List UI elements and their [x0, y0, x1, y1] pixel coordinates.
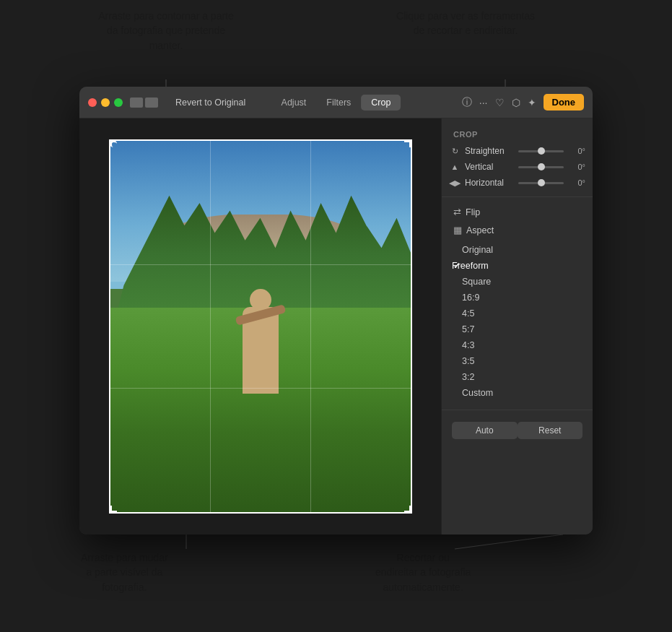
- right-panel: CROP ↻ Straighten 0° ▲ Vertical 0°: [441, 118, 593, 534]
- content-area: CROP ↻ Straighten 0° ▲ Vertical 0°: [79, 118, 593, 534]
- photo-area: [79, 118, 441, 534]
- vertical-row: ▲ Vertical 0°: [442, 159, 593, 175]
- maximize-button[interactable]: [114, 98, 123, 107]
- straighten-icon: ↻: [449, 147, 461, 156]
- checkmark-icon: ✓: [453, 261, 461, 271]
- aspect-original[interactable]: Original: [442, 242, 593, 258]
- vertical-icon: ▲: [449, 163, 461, 171]
- panel-section-header: CROP: [442, 127, 593, 143]
- straighten-label: Straighten: [465, 146, 514, 156]
- callout-top-left: Arraste para contornar a parte da fotogr…: [94, 9, 238, 53]
- toolbar-right: ⓘ ··· ♡ ⬡ ✦ Done: [462, 94, 584, 111]
- aspect-freeform[interactable]: ✓ Freeform: [442, 258, 593, 274]
- panel-bottom: Auto Reset: [442, 416, 593, 445]
- straighten-value: 0°: [568, 147, 585, 155]
- flip-row[interactable]: ⇄ Flip: [442, 203, 593, 221]
- aspect-icon: ▦: [453, 225, 462, 235]
- tab-crop[interactable]: Crop: [361, 95, 401, 111]
- straighten-slider[interactable]: [518, 150, 564, 152]
- callout-bottom-left: Arraste para mudara parte visível dafoto…: [81, 550, 168, 594]
- aspect-square[interactable]: Square: [442, 274, 593, 290]
- tab-adjust[interactable]: Adjust: [271, 95, 317, 111]
- split-view-button[interactable]: [145, 98, 158, 108]
- straighten-row: ↻ Straighten 0°: [442, 143, 593, 159]
- auto-button[interactable]: Auto: [452, 422, 518, 439]
- divider-1: [442, 196, 593, 197]
- view-toggle: [130, 98, 158, 108]
- callout-bottom-right: Recortar ouendireitar a fotografiaautoma…: [375, 550, 471, 594]
- titlebar: Revert to Original Adjust Filters Crop ⓘ…: [79, 87, 593, 118]
- revert-to-original-button[interactable]: Revert to Original: [170, 95, 251, 110]
- aspect-freeform-wrap: ✓ Freeform: [442, 258, 593, 274]
- minimize-button[interactable]: [101, 98, 110, 107]
- aspect-row[interactable]: ▦ Aspect: [442, 221, 593, 239]
- horizontal-icon: ◀▶: [449, 178, 461, 188]
- callout-top-right: Clique para ver as ferramentas de recort…: [393, 9, 538, 38]
- aspect-custom[interactable]: Custom: [442, 385, 593, 401]
- svg-line-3: [455, 534, 563, 549]
- main-window: Revert to Original Adjust Filters Crop ⓘ…: [79, 87, 593, 534]
- more-icon[interactable]: ···: [479, 97, 488, 108]
- divider-2: [442, 410, 593, 410]
- heart-icon[interactable]: ♡: [495, 97, 505, 108]
- tab-group: Adjust Filters Crop: [271, 95, 401, 111]
- tab-filters[interactable]: Filters: [316, 95, 361, 111]
- photo-image: [109, 139, 412, 514]
- aspect-4-5[interactable]: 4:5: [442, 306, 593, 321]
- done-button[interactable]: Done: [544, 94, 585, 111]
- vertical-label: Vertical: [465, 162, 514, 172]
- share-icon[interactable]: ⬡: [512, 97, 520, 108]
- close-button[interactable]: [88, 98, 97, 107]
- aspect-4-3[interactable]: 4:3: [442, 337, 593, 353]
- info-icon[interactable]: ⓘ: [462, 96, 472, 109]
- aspect-5-7[interactable]: 5:7: [442, 321, 593, 337]
- aspect-label: Aspect: [466, 225, 494, 235]
- aspect-section: Original ✓ Freeform Square 16:9 4:5 5:7: [442, 239, 593, 404]
- vertical-value: 0°: [568, 163, 585, 171]
- aspect-16-9[interactable]: 16:9: [442, 290, 593, 306]
- vertical-slider[interactable]: [518, 166, 564, 168]
- photo-person: [243, 307, 279, 394]
- magic-wand-icon[interactable]: ✦: [528, 97, 536, 108]
- horizontal-value: 0°: [568, 178, 585, 187]
- traffic-lights: [88, 98, 123, 107]
- single-view-button[interactable]: [130, 98, 143, 108]
- flip-icon: ⇄: [453, 207, 461, 217]
- aspect-3-5[interactable]: 3:5: [442, 353, 593, 369]
- horizontal-slider[interactable]: [518, 182, 564, 184]
- horizontal-label: Horizontal: [465, 178, 514, 188]
- photo-container[interactable]: [109, 139, 412, 514]
- aspect-3-2[interactable]: 3:2: [442, 369, 593, 385]
- aspect-original-wrap: Original: [442, 242, 593, 258]
- flip-label: Flip: [466, 207, 480, 217]
- reset-button[interactable]: Reset: [518, 422, 583, 439]
- horizontal-row: ◀▶ Horizontal 0°: [442, 175, 593, 191]
